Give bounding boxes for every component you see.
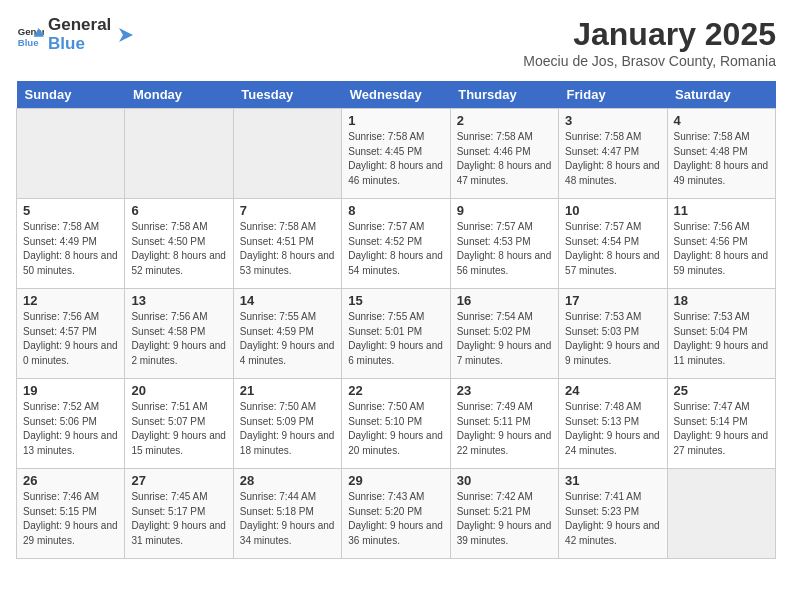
calendar-cell: 24Sunrise: 7:48 AM Sunset: 5:13 PM Dayli… [559, 379, 667, 469]
day-number: 23 [457, 383, 552, 398]
svg-text:Blue: Blue [18, 36, 39, 47]
day-number: 24 [565, 383, 660, 398]
weekday-header-friday: Friday [559, 81, 667, 109]
svg-marker-3 [119, 28, 133, 42]
day-info: Sunrise: 7:43 AM Sunset: 5:20 PM Dayligh… [348, 490, 443, 548]
calendar-week-row: 1Sunrise: 7:58 AM Sunset: 4:45 PM Daylig… [17, 109, 776, 199]
day-number: 8 [348, 203, 443, 218]
calendar-cell: 12Sunrise: 7:56 AM Sunset: 4:57 PM Dayli… [17, 289, 125, 379]
calendar-cell: 11Sunrise: 7:56 AM Sunset: 4:56 PM Dayli… [667, 199, 775, 289]
day-number: 21 [240, 383, 335, 398]
day-number: 30 [457, 473, 552, 488]
day-info: Sunrise: 7:47 AM Sunset: 5:14 PM Dayligh… [674, 400, 769, 458]
logo-blue-text: Blue [48, 35, 111, 54]
calendar-cell: 2Sunrise: 7:58 AM Sunset: 4:46 PM Daylig… [450, 109, 558, 199]
day-number: 25 [674, 383, 769, 398]
day-info: Sunrise: 7:56 AM Sunset: 4:57 PM Dayligh… [23, 310, 118, 368]
day-number: 26 [23, 473, 118, 488]
calendar-cell: 8Sunrise: 7:57 AM Sunset: 4:52 PM Daylig… [342, 199, 450, 289]
day-number: 6 [131, 203, 226, 218]
day-info: Sunrise: 7:41 AM Sunset: 5:23 PM Dayligh… [565, 490, 660, 548]
calendar-cell: 27Sunrise: 7:45 AM Sunset: 5:17 PM Dayli… [125, 469, 233, 559]
calendar-cell [125, 109, 233, 199]
calendar-week-row: 12Sunrise: 7:56 AM Sunset: 4:57 PM Dayli… [17, 289, 776, 379]
day-number: 19 [23, 383, 118, 398]
logo-arrow-icon [115, 24, 137, 46]
day-info: Sunrise: 7:42 AM Sunset: 5:21 PM Dayligh… [457, 490, 552, 548]
day-info: Sunrise: 7:48 AM Sunset: 5:13 PM Dayligh… [565, 400, 660, 458]
day-number: 10 [565, 203, 660, 218]
day-number: 5 [23, 203, 118, 218]
day-number: 2 [457, 113, 552, 128]
calendar-cell: 29Sunrise: 7:43 AM Sunset: 5:20 PM Dayli… [342, 469, 450, 559]
day-number: 31 [565, 473, 660, 488]
day-number: 18 [674, 293, 769, 308]
day-info: Sunrise: 7:50 AM Sunset: 5:09 PM Dayligh… [240, 400, 335, 458]
calendar-cell [17, 109, 125, 199]
weekday-header-wednesday: Wednesday [342, 81, 450, 109]
day-number: 29 [348, 473, 443, 488]
calendar-cell: 26Sunrise: 7:46 AM Sunset: 5:15 PM Dayli… [17, 469, 125, 559]
day-info: Sunrise: 7:58 AM Sunset: 4:47 PM Dayligh… [565, 130, 660, 188]
weekday-header-sunday: Sunday [17, 81, 125, 109]
logo-general-text: General [48, 16, 111, 35]
title-block: January 2025 Moeciu de Jos, Brasov Count… [523, 16, 776, 69]
calendar-cell: 4Sunrise: 7:58 AM Sunset: 4:48 PM Daylig… [667, 109, 775, 199]
calendar-cell: 18Sunrise: 7:53 AM Sunset: 5:04 PM Dayli… [667, 289, 775, 379]
calendar-cell: 19Sunrise: 7:52 AM Sunset: 5:06 PM Dayli… [17, 379, 125, 469]
page-header: General Blue General Blue January 2025 M… [16, 16, 776, 69]
day-info: Sunrise: 7:55 AM Sunset: 5:01 PM Dayligh… [348, 310, 443, 368]
day-info: Sunrise: 7:56 AM Sunset: 4:58 PM Dayligh… [131, 310, 226, 368]
weekday-header-tuesday: Tuesday [233, 81, 341, 109]
logo: General Blue General Blue [16, 16, 137, 53]
day-number: 27 [131, 473, 226, 488]
day-info: Sunrise: 7:54 AM Sunset: 5:02 PM Dayligh… [457, 310, 552, 368]
day-number: 17 [565, 293, 660, 308]
calendar-cell: 14Sunrise: 7:55 AM Sunset: 4:59 PM Dayli… [233, 289, 341, 379]
day-info: Sunrise: 7:53 AM Sunset: 5:03 PM Dayligh… [565, 310, 660, 368]
calendar-cell: 10Sunrise: 7:57 AM Sunset: 4:54 PM Dayli… [559, 199, 667, 289]
weekday-header-monday: Monday [125, 81, 233, 109]
weekday-header-row: SundayMondayTuesdayWednesdayThursdayFrid… [17, 81, 776, 109]
day-number: 11 [674, 203, 769, 218]
day-info: Sunrise: 7:49 AM Sunset: 5:11 PM Dayligh… [457, 400, 552, 458]
day-info: Sunrise: 7:51 AM Sunset: 5:07 PM Dayligh… [131, 400, 226, 458]
day-info: Sunrise: 7:58 AM Sunset: 4:50 PM Dayligh… [131, 220, 226, 278]
calendar-cell: 21Sunrise: 7:50 AM Sunset: 5:09 PM Dayli… [233, 379, 341, 469]
day-number: 12 [23, 293, 118, 308]
day-info: Sunrise: 7:45 AM Sunset: 5:17 PM Dayligh… [131, 490, 226, 548]
calendar-week-row: 19Sunrise: 7:52 AM Sunset: 5:06 PM Dayli… [17, 379, 776, 469]
weekday-header-thursday: Thursday [450, 81, 558, 109]
day-info: Sunrise: 7:58 AM Sunset: 4:45 PM Dayligh… [348, 130, 443, 188]
calendar-cell: 23Sunrise: 7:49 AM Sunset: 5:11 PM Dayli… [450, 379, 558, 469]
weekday-header-saturday: Saturday [667, 81, 775, 109]
month-title: January 2025 [523, 16, 776, 53]
calendar-cell: 1Sunrise: 7:58 AM Sunset: 4:45 PM Daylig… [342, 109, 450, 199]
calendar-table: SundayMondayTuesdayWednesdayThursdayFrid… [16, 81, 776, 559]
day-info: Sunrise: 7:44 AM Sunset: 5:18 PM Dayligh… [240, 490, 335, 548]
day-info: Sunrise: 7:50 AM Sunset: 5:10 PM Dayligh… [348, 400, 443, 458]
calendar-cell [233, 109, 341, 199]
calendar-cell: 7Sunrise: 7:58 AM Sunset: 4:51 PM Daylig… [233, 199, 341, 289]
calendar-cell: 17Sunrise: 7:53 AM Sunset: 5:03 PM Dayli… [559, 289, 667, 379]
day-number: 16 [457, 293, 552, 308]
calendar-cell: 22Sunrise: 7:50 AM Sunset: 5:10 PM Dayli… [342, 379, 450, 469]
day-info: Sunrise: 7:58 AM Sunset: 4:51 PM Dayligh… [240, 220, 335, 278]
day-number: 28 [240, 473, 335, 488]
calendar-cell: 3Sunrise: 7:58 AM Sunset: 4:47 PM Daylig… [559, 109, 667, 199]
location: Moeciu de Jos, Brasov County, Romania [523, 53, 776, 69]
day-number: 1 [348, 113, 443, 128]
calendar-cell: 9Sunrise: 7:57 AM Sunset: 4:53 PM Daylig… [450, 199, 558, 289]
calendar-cell: 30Sunrise: 7:42 AM Sunset: 5:21 PM Dayli… [450, 469, 558, 559]
calendar-cell: 31Sunrise: 7:41 AM Sunset: 5:23 PM Dayli… [559, 469, 667, 559]
day-info: Sunrise: 7:57 AM Sunset: 4:53 PM Dayligh… [457, 220, 552, 278]
day-number: 14 [240, 293, 335, 308]
day-number: 7 [240, 203, 335, 218]
day-number: 13 [131, 293, 226, 308]
day-number: 15 [348, 293, 443, 308]
day-info: Sunrise: 7:58 AM Sunset: 4:46 PM Dayligh… [457, 130, 552, 188]
day-info: Sunrise: 7:57 AM Sunset: 4:52 PM Dayligh… [348, 220, 443, 278]
calendar-cell: 16Sunrise: 7:54 AM Sunset: 5:02 PM Dayli… [450, 289, 558, 379]
calendar-cell: 13Sunrise: 7:56 AM Sunset: 4:58 PM Dayli… [125, 289, 233, 379]
day-number: 3 [565, 113, 660, 128]
